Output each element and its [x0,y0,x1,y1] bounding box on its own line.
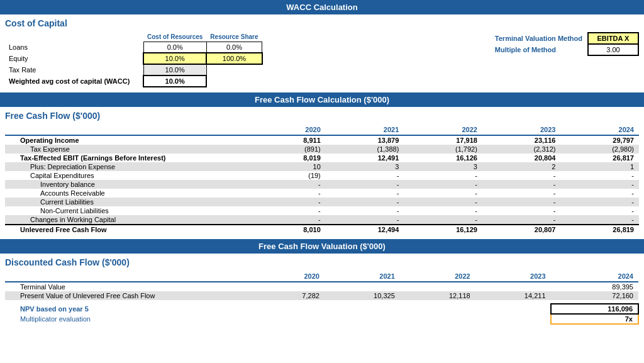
table-row: Operating Income 8,911 13,879 17,918 23,… [5,135,639,145]
table-row: Equity 10.0% 100.0% [5,53,262,64]
inventory-balance-label: Inventory balance [5,180,258,189]
multiplicator-row: Multiplicator evaluation 7x [5,314,638,324]
col1-header: Cost of Resources [143,32,206,42]
table-row: Tax Expense (891) (1,388) (1,792) (2,312… [5,145,639,154]
fcf-header: Free Cash Flow Calculation ($'000) [0,92,644,107]
table-row: Multiple of Method 3.00 [490,44,638,55]
wacc-title: Cost of Capital [0,14,644,30]
table-row: Accounts Receivable - - - - - [5,189,639,198]
table-row: Plus: Depreciation Expense 10 3 3 2 1 [5,162,639,171]
npv-row: NPV based on year 5 116,096 [5,304,638,314]
main-header: WACC Calculation [0,0,644,14]
table-row: Capital Expenditures (19) - - - - [5,171,639,180]
terminal-table: Terminal Valuation Method EBITDA X Multi… [490,32,639,56]
table-row: Tax-Effected EBIT (Earnings Before Inter… [5,154,639,162]
fcf-table: 2020 2021 2022 2023 2024 Operating Incom… [5,125,639,234]
wacc-section: Cost of Capital Cost of Resources Resour… [0,14,644,92]
fcf-section: Free Cash Flow ($'000) 2020 2021 2022 20… [0,107,644,239]
wacc-table: Cost of Resources Resource Share Loans 0… [5,32,263,87]
table-row: Changes in Working Capital - - - - - [5,215,639,225]
val-title: Discounted Cash Flow ($'000) [0,254,644,269]
val-section: Discounted Cash Flow ($'000) 2020 2021 2… [0,254,644,330]
table-row: Inventory balance - - - - - [5,180,639,189]
col2-header: Resource Share [206,32,262,42]
val-header: Free Cash Flow Valuation ($'000) [0,239,644,254]
table-row: Unlevered Free Cash Flow 8,010 12,494 16… [5,225,639,234]
val-table: 2020 2021 2022 2023 2024 Terminal Value … [5,271,639,325]
table-row: Non-Current Liabilities - - - - - [5,206,639,215]
table-row: Current Liabilities - - - - - [5,198,639,206]
table-row: Present Value of Unlevered Free Cash Flo… [5,291,638,300]
table-row: Terminal Valuation Method EBITDA X [490,33,638,44]
table-row: Weighted avg cost of capital (WACC) 10.0… [5,75,262,87]
table-row: Tax Rate 10.0% [5,64,262,75]
table-row: Loans 0.0% 0.0% [5,42,262,53]
fcf-title: Free Cash Flow ($'000) [0,107,644,122]
table-row: Terminal Value 89,395 [5,282,638,291]
